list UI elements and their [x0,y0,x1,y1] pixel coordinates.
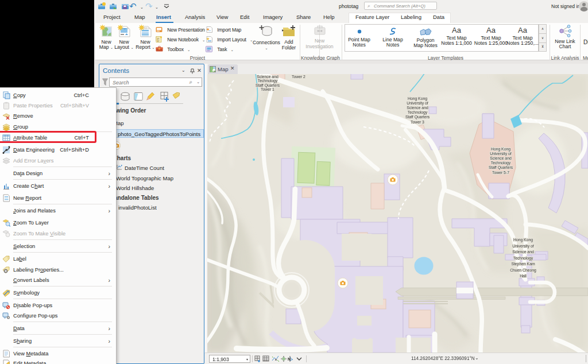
svg-text:N: N [288,357,291,361]
svg-text:⌄: ⌄ [155,5,158,9]
svg-text:↶: ↶ [129,1,137,11]
svg-text:Staff Quarters: Staff Quarters [489,165,513,170]
svg-text:Hong Kong: Hong Kong [408,96,427,101]
svg-text:Tower 3: Tower 3 [411,120,424,124]
svg-text:Science and: Science and [490,156,512,160]
svg-text:University of: University of [512,244,534,249]
svg-text:Science and: Science and [512,250,534,254]
svg-text:University of: University of [407,101,428,106]
svg-text:⌄: ⌄ [140,5,144,9]
svg-text:University of: University of [490,152,512,156]
svg-text:Technology: Technology [408,110,428,115]
svg-text:Science and: Science and [407,106,428,110]
svg-text:Tower 1: Tower 1 [261,87,274,91]
svg-text:↷: ↷ [145,1,153,11]
svg-text:[:: [: [157,37,160,42]
svg-text:Hong Kong: Hong Kong [513,238,533,242]
svg-text:Chuen Cheong: Chuen Cheong [510,268,536,273]
svg-text:Hong Kong: Hong Kong [491,147,510,152]
svg-text:Tower 2: Tower 2 [292,75,305,79]
svg-text:Science and: Science and [257,75,278,79]
svg-text:Hall: Hall [520,274,527,278]
svg-text:Technology: Technology [491,161,511,165]
svg-text:Staff Quarters: Staff Quarters [405,115,430,119]
svg-text:Technology: Technology [513,256,533,261]
svg-text:Stephen Kam: Stephen Kam [511,262,535,266]
svg-text:Tower 5-7: Tower 5-7 [492,171,509,175]
